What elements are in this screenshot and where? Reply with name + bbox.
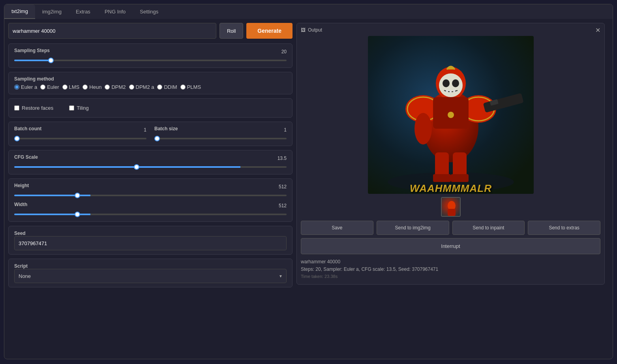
sampling-steps-row: Sampling Steps 20 [14,48,287,56]
interrupt-button[interactable]: Interrupt [301,238,600,254]
batch-section: Batch count 1 Batch size 1 [8,122,293,146]
svg-point-24 [448,112,454,118]
height-section: Height 512 Width 512 [8,178,293,222]
generated-image: WAAHMMMALR [368,36,534,194]
script-select[interactable]: None [14,269,287,283]
radio-heun[interactable]: Heun [83,84,101,90]
cfg-scale-value: 13.5 [273,156,287,161]
time-taken: Time taken: 23.38s [301,273,600,280]
image-svg: WAAHMMMALR [368,36,534,194]
send-to-inpaint-button[interactable]: Send to inpaint [452,221,525,235]
batch-count-value: 1 [133,127,146,133]
width-value: 512 [273,203,287,208]
app-window: txt2img img2img Extras PNG Info Settings… [4,4,613,359]
faces-tiling-section: Restore faces Tiling [8,98,293,118]
tab-png-info[interactable]: PNG Info [98,4,133,19]
main-content: Roll Generate Sampling Steps 20 Sampling… [4,19,613,295]
output-info: warhammer 40000 Steps: 20, Sampler: Eule… [301,258,600,280]
close-button[interactable]: ✕ [595,26,600,34]
radio-dpm2a[interactable]: DPM2 a [129,84,154,90]
restore-faces-checkbox[interactable]: Restore faces [14,105,53,111]
sampling-method-section: Sampling method Euler a Euler LMS Heun [8,72,293,94]
svg-rect-22 [433,174,451,182]
checkbox-row: Restore faces Tiling [14,103,287,113]
tab-img2img[interactable]: img2img [35,4,69,19]
output-label: 🖼 Output [301,27,600,33]
batch-count-col: Batch count 1 [14,126,146,142]
prompt-row: Roll Generate [8,23,293,39]
svg-rect-23 [451,174,469,182]
radio-euler-a[interactable]: Euler a [14,84,37,90]
radio-euler[interactable]: Euler [40,84,59,90]
tab-txt2img[interactable]: txt2img [4,4,35,19]
left-panel: Roll Generate Sampling Steps 20 Sampling… [8,23,293,291]
batch-size-col: Batch size 1 [154,126,287,142]
sampling-steps-slider[interactable] [14,60,287,61]
output-icon: 🖼 [301,27,306,33]
sampling-method-label: Sampling method [14,76,287,82]
height-slider[interactable] [14,195,287,196]
batch-count-label: Batch count [14,126,41,131]
prompt-used: warhammer 40000 [301,258,600,266]
svg-rect-28 [448,209,456,216]
cfg-scale-section: CFG Scale 13.5 [8,150,293,174]
thumbnail-1[interactable] [441,197,461,217]
roll-button[interactable]: Roll [219,23,243,39]
batch-two-col: Batch count 1 Batch size 1 [14,126,287,142]
cfg-scale-slider[interactable] [14,166,287,168]
cfg-scale-label: CFG Scale [14,154,38,160]
script-select-wrapper: None [14,269,287,283]
svg-text:WAAHMMMALR: WAAHMMMALR [410,182,492,194]
sampling-method-group: Euler a Euler LMS Heun DPM2 [14,84,287,90]
seed-label: Seed [14,231,26,236]
height-label: Height [14,183,29,188]
batch-size-value: 1 [273,127,287,133]
svg-point-10 [439,73,463,97]
output-panel: 🖼 Output ✕ [296,23,605,285]
seed-input[interactable] [14,236,287,250]
svg-point-11 [443,79,450,87]
svg-rect-14 [450,90,452,93]
radio-plms[interactable]: PLMS [180,84,201,90]
tiling-label: Tiling [77,105,89,111]
save-button[interactable]: Save [301,221,373,235]
tiling-checkbox[interactable]: Tiling [69,105,89,111]
generate-button[interactable]: Generate [246,23,293,39]
sampling-steps-value: 20 [273,49,287,54]
tab-extras[interactable]: Extras [69,4,98,19]
prompt-input[interactable] [8,23,216,39]
width-slider[interactable] [14,214,287,215]
script-label: Script [14,263,28,269]
seed-section: Seed [8,226,293,255]
width-label: Width [14,202,27,207]
right-panel: 🖼 Output ✕ [293,23,609,291]
output-label-text: Output [308,27,322,33]
svg-rect-13 [446,90,448,92]
script-section: Script None [8,259,293,287]
svg-point-19 [414,113,432,144]
generation-info: Steps: 20, Sampler: Euler a, CFG scale: … [301,266,600,273]
tab-settings[interactable]: Settings [133,4,165,19]
send-to-img2img-button[interactable]: Send to img2img [377,221,449,235]
sampling-steps-section: Sampling Steps 20 [8,43,293,68]
sampling-steps-label: Sampling Steps [14,48,50,53]
batch-size-label: Batch size [154,126,178,131]
radio-ddim[interactable]: DDIM [157,84,177,90]
radio-lms[interactable]: LMS [62,84,80,90]
thumbnail-row [301,197,600,217]
action-buttons: Save Send to img2img Send to inpaint Sen… [301,221,600,235]
restore-faces-label: Restore faces [22,105,53,111]
svg-point-12 [452,79,459,87]
radio-dpm2[interactable]: DPM2 [105,84,126,90]
height-value: 512 [273,184,287,190]
batch-size-slider[interactable] [154,138,287,139]
svg-rect-15 [453,90,455,92]
tab-bar: txt2img img2img Extras PNG Info Settings [4,4,613,19]
batch-count-slider[interactable] [14,138,146,139]
send-to-extras-button[interactable]: Send to extras [528,221,600,235]
